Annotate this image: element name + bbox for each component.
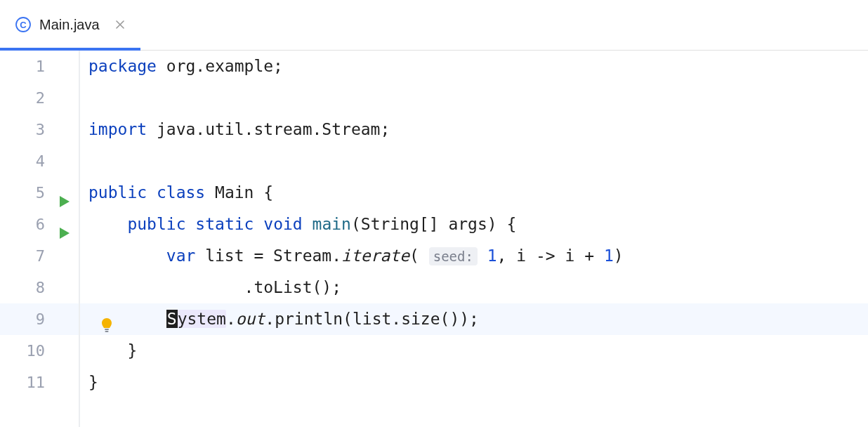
line-number: 6 bbox=[36, 209, 45, 240]
close-icon[interactable] bbox=[114, 18, 126, 31]
code-content[interactable]: public class Main { bbox=[79, 177, 273, 209]
code-content[interactable]: package org.example; bbox=[79, 51, 283, 82]
gutter[interactable]: 9 bbox=[0, 303, 79, 335]
run-icon[interactable] bbox=[59, 218, 70, 231]
tab-main-java[interactable]: C Main.java bbox=[0, 0, 140, 50]
gutter[interactable]: 10 bbox=[0, 335, 79, 367]
method-params: (String[] args) { bbox=[351, 215, 516, 233]
code-line-current[interactable]: 9 System.out.println(list.size()); bbox=[0, 303, 868, 335]
keyword-public: public bbox=[127, 215, 185, 233]
class-name: Main bbox=[205, 183, 263, 202]
keyword-class: class bbox=[157, 183, 205, 202]
gutter[interactable]: 3 bbox=[0, 114, 79, 145]
svg-rect-3 bbox=[105, 331, 109, 332]
line-number: 11 bbox=[27, 367, 46, 398]
code-line[interactable]: 11 } bbox=[0, 367, 868, 398]
keyword-void: void bbox=[263, 215, 302, 233]
line-number: 9 bbox=[36, 303, 45, 335]
keyword-var: var bbox=[166, 247, 196, 265]
code-content[interactable]: var list = Stream.iterate( seed: 1, i ->… bbox=[79, 240, 624, 272]
gutter[interactable]: 5 bbox=[0, 177, 79, 209]
code-line[interactable]: 6 public static void main(String[] args)… bbox=[0, 209, 868, 240]
bulb-icon[interactable] bbox=[100, 313, 114, 327]
class-file-icon: C bbox=[15, 17, 31, 32]
code-line[interactable]: 8 .toList(); bbox=[0, 272, 868, 303]
package-name: org.example; bbox=[157, 57, 283, 75]
line-number: 4 bbox=[36, 145, 45, 177]
import-path: java.util.stream.Stream; bbox=[147, 120, 390, 138]
code-line[interactable]: 10 } bbox=[0, 335, 868, 367]
code-content[interactable]: import java.util.stream.Stream; bbox=[79, 114, 390, 145]
gutter[interactable]: 2 bbox=[0, 82, 79, 114]
code-line[interactable]: 2 bbox=[0, 82, 868, 114]
static-field: out bbox=[236, 310, 265, 328]
keyword-package: package bbox=[88, 57, 157, 75]
gutter[interactable]: 7 bbox=[0, 240, 79, 272]
number-literal: 1 bbox=[478, 247, 497, 265]
gutter[interactable]: 8 bbox=[0, 272, 79, 303]
gutter[interactable]: 6 bbox=[0, 209, 79, 240]
keyword-public: public bbox=[88, 183, 147, 202]
keyword-import: import bbox=[88, 120, 147, 138]
number-literal: 1 bbox=[604, 247, 614, 265]
text-cursor: S bbox=[166, 310, 178, 328]
identifier-highlight: System bbox=[166, 310, 226, 328]
code-content[interactable]: } bbox=[79, 335, 137, 367]
gutter-divider bbox=[79, 51, 80, 427]
code-content[interactable]: public static void main(String[] args) { bbox=[79, 209, 516, 240]
static-method-call: iterate bbox=[341, 247, 409, 265]
code-content[interactable]: .toList(); bbox=[79, 272, 341, 303]
line-number: 2 bbox=[36, 82, 45, 114]
code-line[interactable]: 7 var list = Stream.iterate( seed: 1, i … bbox=[0, 240, 868, 272]
line-number: 1 bbox=[36, 51, 45, 82]
line-number: 3 bbox=[36, 114, 45, 145]
tab-label: Main.java bbox=[39, 17, 100, 33]
parameter-hint: seed: bbox=[429, 247, 478, 265]
gutter[interactable]: 1 bbox=[0, 51, 79, 82]
svg-text:C: C bbox=[20, 20, 27, 30]
gutter[interactable]: 4 bbox=[0, 145, 79, 177]
code-line[interactable]: 3 import java.util.stream.Stream; bbox=[0, 114, 868, 145]
method-name: main bbox=[303, 215, 351, 233]
code-content[interactable]: } bbox=[79, 367, 98, 398]
line-number: 8 bbox=[36, 272, 45, 303]
code-content[interactable]: System.out.println(list.size()); bbox=[79, 303, 479, 335]
method-call: println(list.size()); bbox=[275, 310, 479, 328]
code-line[interactable]: 4 bbox=[0, 145, 868, 177]
line-number: 7 bbox=[36, 240, 45, 272]
run-icon[interactable] bbox=[59, 187, 70, 199]
code-line[interactable]: 1 package org.example; bbox=[0, 51, 868, 82]
keyword-static: static bbox=[195, 215, 254, 233]
tab-bar: C Main.java bbox=[0, 0, 868, 51]
code-line[interactable]: 5 public class Main { bbox=[0, 177, 868, 209]
gutter[interactable]: 11 bbox=[0, 367, 79, 398]
svg-rect-2 bbox=[105, 329, 109, 330]
line-number: 10 bbox=[27, 335, 46, 367]
line-number: 5 bbox=[36, 177, 45, 209]
code-editor[interactable]: 1 package org.example; 2 3 import java.u… bbox=[0, 51, 868, 398]
method-call: .toList(); bbox=[244, 278, 341, 296]
